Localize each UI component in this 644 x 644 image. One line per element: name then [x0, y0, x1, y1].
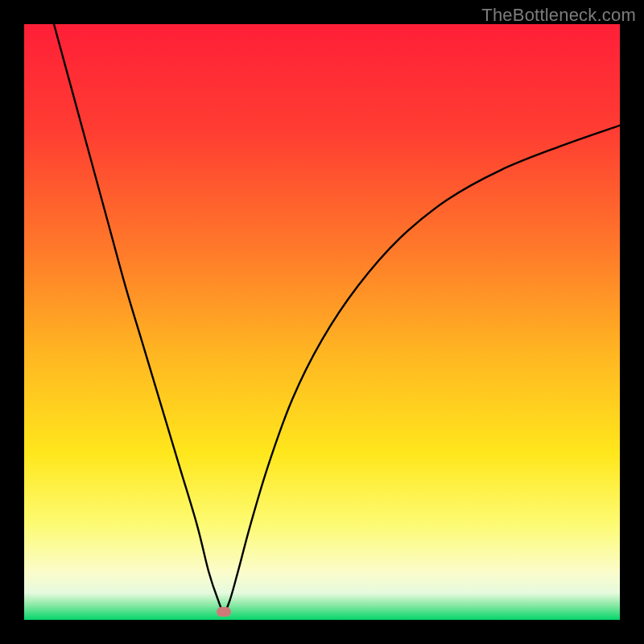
curve-layer — [24, 24, 620, 620]
watermark-text: TheBottleneck.com — [481, 5, 636, 26]
bottleneck-curve — [54, 24, 620, 612]
optimal-point-marker — [217, 607, 231, 617]
chart-frame — [24, 24, 620, 620]
